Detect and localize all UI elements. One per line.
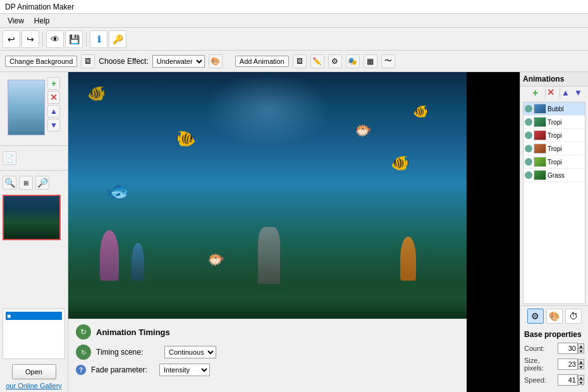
left-thumb-area <box>8 80 45 135</box>
open-button[interactable]: Open <box>12 364 56 379</box>
bottom-timing-panel: ↻ Animation Timings ↻ Timing scene: Cont… <box>68 319 467 392</box>
size-row: Size, pixels: ▲ ▼ <box>524 357 584 372</box>
left-actions: + ✕ ▲ ▼ <box>47 77 63 132</box>
del-item-button[interactable]: ✕ <box>47 91 60 104</box>
scroll-item-1[interactable]: ■ <box>6 312 62 320</box>
help-icon[interactable]: ? <box>76 365 86 375</box>
zoom-out-button[interactable]: 🔍 <box>3 176 16 190</box>
effect-preview-button[interactable]: 🎨 <box>209 54 223 68</box>
fade-param-row: ? Fade parameter: Intensity Opacity Scal… <box>76 364 459 376</box>
key-button[interactable]: 🔑 <box>109 30 126 48</box>
anim-label-4: Tropi <box>548 159 561 166</box>
tab-gear[interactable]: ⚙ <box>527 309 544 324</box>
add-item-button[interactable]: + <box>47 77 60 90</box>
speed-input[interactable] <box>558 374 578 386</box>
menu-view[interactable]: View <box>3 15 29 27</box>
anim-eye-3 <box>525 145 532 152</box>
right-panel: Animations + ✕ ▲ ▼ Bubbl Tropi <box>520 72 588 392</box>
menu-bar: View Help <box>0 14 588 28</box>
zoom-row: 🔍 ⊞ 🔎 <box>0 173 68 192</box>
anim-timing-header: ↻ Animation Timings <box>76 324 459 340</box>
anim-row-2[interactable]: Tropi <box>524 129 585 142</box>
count-up[interactable]: ▲ <box>578 343 584 348</box>
rock-center <box>258 227 280 284</box>
tab-clock[interactable]: ⏱ <box>565 309 582 324</box>
timing-scene-row: ↻ Timing scene: Continuous Once Loop <box>76 345 459 360</box>
up-button[interactable]: ▲ <box>47 105 60 118</box>
anim-row-5[interactable]: Grass <box>524 169 585 182</box>
count-down[interactable]: ▼ <box>578 348 584 353</box>
anim-row-1[interactable]: Tropi <box>524 116 585 129</box>
color-button[interactable]: 🎭 <box>346 54 360 68</box>
bg-icon-button[interactable]: 🖼 <box>81 54 95 68</box>
pencil-button[interactable]: ✏️ <box>310 54 324 68</box>
main-layout: + ✕ ▲ ▼ 📄 🔍 ⊞ 🔎 ■ Open our On <box>0 72 588 392</box>
size-input[interactable] <box>558 358 578 370</box>
effect-select[interactable]: Underwater Fire Snow Rain <box>152 55 205 68</box>
transform-button[interactable]: ⚙ <box>328 54 342 68</box>
count-control: 30 ▲ ▼ <box>558 343 584 354</box>
menu-help[interactable]: Help <box>29 15 55 27</box>
add-anim-img-button[interactable]: 🖼 <box>293 54 307 68</box>
scene-light <box>204 72 331 148</box>
scroll-list[interactable]: ■ <box>3 309 65 359</box>
anim-thumb-0 <box>534 104 546 114</box>
grid-button[interactable]: ▦ <box>364 54 377 68</box>
anim-row-3[interactable]: Tropi <box>524 142 585 156</box>
left-panel: + ✕ ▲ ▼ 📄 🔍 ⊞ 🔎 ■ Open our On <box>0 72 68 392</box>
timing-icon: ↻ <box>76 324 91 340</box>
base-props-title: Base properties <box>524 330 584 339</box>
add-page-button[interactable]: 📄 <box>3 151 16 165</box>
count-input[interactable]: 30 <box>558 343 578 354</box>
right-down-button[interactable]: ▼ <box>574 88 585 99</box>
speed-up[interactable]: ▲ <box>578 375 584 380</box>
anim-thumb-2 <box>534 130 546 140</box>
anim-label-5: Grass <box>548 172 565 179</box>
spacer <box>0 243 68 306</box>
change-background-button[interactable]: Change Background <box>5 56 77 67</box>
size-label: Size, pixels: <box>524 357 558 372</box>
anim-thumb-4 <box>534 157 546 167</box>
gallery-link[interactable]: our Online Gallery <box>6 382 62 389</box>
timing-scene-select[interactable]: Continuous Once Loop <box>164 346 216 358</box>
anim-eye-5 <box>525 171 532 179</box>
fit-button[interactable]: ⊞ <box>19 176 33 190</box>
anim-row-4[interactable]: Tropi <box>524 156 585 169</box>
add-animation-button[interactable]: Add Animation <box>235 56 289 67</box>
eye-button[interactable]: 👁 <box>46 30 64 48</box>
toolbar-sep-2 <box>86 32 87 47</box>
zoom-in-button[interactable]: 🔎 <box>35 176 49 190</box>
undo-button[interactable]: ↩ <box>3 30 20 48</box>
wave-button[interactable]: 〜 <box>381 54 395 68</box>
right-sep <box>545 89 546 99</box>
toolbar-sep-1 <box>42 32 43 47</box>
size-down[interactable]: ▼ <box>578 364 584 369</box>
anim-row-0[interactable]: Bubbl <box>524 102 585 116</box>
speed-spinner: ▲ ▼ <box>578 375 584 385</box>
tab-palette[interactable]: 🎨 <box>546 309 563 324</box>
info-button[interactable]: ℹ <box>90 30 107 48</box>
size-control: ▲ ▼ <box>558 358 584 370</box>
speed-label: Speed: <box>524 376 546 384</box>
anim-label-1: Tropi <box>548 119 561 126</box>
fish-large: 🐟 <box>106 180 130 202</box>
right-del-button[interactable]: ✕ <box>547 88 558 99</box>
page-controls: 📄 <box>0 149 68 168</box>
canvas-image: 🐠 🐠 🐡 🐟 🐠 🐡 🐠 <box>68 72 467 319</box>
save-button[interactable]: 💾 <box>65 30 83 48</box>
count-row: Count: 30 ▲ ▼ <box>524 343 584 354</box>
scroll-item-2[interactable] <box>6 320 62 321</box>
speed-down[interactable]: ▼ <box>578 380 584 385</box>
anim-eye-2 <box>525 132 532 139</box>
right-up-button[interactable]: ▲ <box>561 88 573 99</box>
coral-2 <box>132 243 144 281</box>
right-add-button[interactable]: + <box>532 88 544 99</box>
down-button[interactable]: ▼ <box>47 119 60 132</box>
top-toolbar: Change Background 🖼 Choose Effect: Under… <box>0 51 588 72</box>
fish-tropical-1: 🐠 <box>176 129 196 149</box>
anim-eye-4 <box>525 158 532 166</box>
redo-button[interactable]: ↪ <box>21 30 39 48</box>
fade-param-select[interactable]: Intensity Opacity Scale <box>159 364 210 376</box>
anim-thumb-1 <box>534 117 546 127</box>
size-up[interactable]: ▲ <box>578 359 584 364</box>
